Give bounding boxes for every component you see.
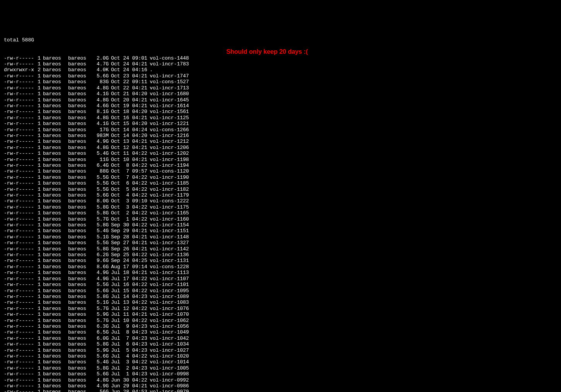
list-item: -rw-r-----1bareosbareos6.2GSep 25 04:22v…: [4, 252, 557, 258]
file-date: Oct 19 04:21: [111, 103, 150, 109]
file-link-count: 1: [35, 61, 41, 67]
file-permissions: -rw-r-----: [4, 383, 35, 389]
list-item: -rw-r-----1bareosbareos56GJun 28 04:53vo…: [4, 389, 557, 392]
list-item: -rw-r-----1bareosbareos5.8GJul 14 04:23v…: [4, 294, 557, 300]
file-link-count: 1: [35, 306, 41, 312]
file-date: Oct 21 04:20: [111, 91, 150, 97]
file-size: 5.8G: [93, 210, 109, 216]
file-name: vol-cons-1527: [150, 79, 189, 85]
file-size: 5.5G: [93, 240, 109, 246]
file-owner: bareos: [43, 246, 68, 252]
file-permissions: -rw-r-----: [4, 175, 35, 180]
file-permissions: -rw-r-----: [4, 336, 35, 341]
list-item: -rw-r-----1bareosbareos5.5GJul 16 04:22v…: [4, 282, 557, 288]
file-date: Sep 26 04:21: [111, 246, 150, 252]
file-owner: bareos: [43, 377, 68, 383]
file-permissions: -rw-r-----: [4, 353, 35, 359]
file-date: Jul 8 04:23: [111, 329, 150, 335]
file-link-count: 1: [35, 312, 41, 317]
file-name: vol-incr-1327: [150, 240, 189, 246]
file-link-count: 1: [35, 115, 41, 121]
file-date: Jul 4 04:22: [111, 353, 150, 359]
file-name: vol-incr-1206: [150, 145, 189, 151]
list-item: -rw-r-----1bareosbareos2.0GOct 24 09:01v…: [4, 55, 557, 61]
file-date: Oct 24 04:21: [111, 61, 150, 67]
file-group: bareos: [68, 127, 93, 133]
file-link-count: 1: [35, 252, 41, 258]
file-size: 4.7G: [93, 61, 109, 67]
file-name: vol-incr-1713: [150, 85, 189, 91]
file-group: bareos: [68, 79, 93, 85]
file-link-count: 1: [35, 175, 41, 180]
file-date: Oct 1 04:22: [111, 216, 150, 222]
file-link-count: 1: [35, 288, 41, 294]
file-date: Oct 24 04:16: [111, 67, 150, 73]
file-size: 4.9G: [93, 139, 109, 144]
file-name: vol-incr-1175: [150, 204, 189, 210]
list-item: -rw-r-----1bareosbareos17GOct 14 04:24vo…: [4, 127, 557, 133]
list-item: -rw-r-----1bareosbareos5.5GOct 6 04:22vo…: [4, 180, 557, 186]
file-date: Jul 13 04:22: [111, 300, 150, 305]
file-size: 5.8G: [93, 246, 109, 252]
file-size: 5.5G: [93, 187, 109, 192]
file-link-count: 1: [35, 85, 41, 91]
file-date: Jul 9 04:23: [111, 324, 150, 329]
file-permissions: -rw-r-----: [4, 91, 35, 97]
file-link-count: 1: [35, 204, 41, 210]
file-permissions: -rw-r-----: [4, 127, 35, 133]
file-group: bareos: [68, 246, 93, 252]
file-name: vol-incr-0979: [150, 389, 189, 392]
file-date: Sep 29 04:21: [111, 228, 150, 234]
file-link-count: 1: [35, 282, 41, 288]
file-permissions: -rw-r-----: [4, 306, 35, 312]
list-item: -rw-r-----1bareosbareos4.6GOct 19 04:21v…: [4, 103, 557, 109]
file-name: vol-cons-1222: [150, 198, 189, 204]
file-name: vol-incr-1107: [150, 276, 189, 282]
file-name: vol-cons-1120: [150, 168, 189, 174]
file-date: Jul 6 04:23: [111, 341, 150, 347]
file-permissions: -rw-r-----: [4, 204, 35, 210]
file-owner: bareos: [43, 228, 68, 234]
file-permissions: -rw-r-----: [4, 329, 35, 335]
file-owner: bareos: [43, 210, 68, 216]
file-name: vol-incr-1614: [150, 103, 189, 109]
file-name: vol-incr-1062: [150, 318, 189, 324]
file-size: 2.0G: [93, 55, 109, 61]
file-name: vol-incr-1202: [150, 151, 189, 156]
file-permissions: -rw-r-----: [4, 216, 35, 222]
file-size: 4.8G: [93, 377, 109, 383]
file-group: bareos: [68, 294, 93, 300]
file-permissions: -rw-r-----: [4, 341, 35, 347]
file-permissions: -rw-r-----: [4, 187, 35, 192]
file-size: 17G: [93, 127, 109, 133]
file-link-count: 1: [35, 145, 41, 151]
file-group: bareos: [68, 252, 93, 258]
file-name: vol-incr-1125: [150, 115, 189, 121]
file-group: bareos: [68, 240, 93, 246]
file-link-count: 1: [35, 187, 41, 192]
file-group: bareos: [68, 359, 93, 365]
list-item: -rw-r-----1bareosbareos5.1GJul 13 04:22v…: [4, 300, 557, 305]
file-link-count: 1: [35, 389, 41, 392]
file-date: Jun 28 04:53: [111, 389, 150, 392]
file-link-count: 1: [35, 329, 41, 335]
file-permissions: -rw-r-----: [4, 294, 35, 300]
list-item: -rw-r-----1bareosbareos11GOct 10 04:21vo…: [4, 157, 557, 163]
list-item: drwxrwxr-x2bareosbareos4.0KOct 24 04:16.: [4, 67, 557, 73]
file-permissions: -rw-r-----: [4, 347, 35, 353]
file-date: Oct 7 09:57: [111, 168, 150, 174]
file-owner: bareos: [43, 168, 68, 174]
file-link-count: 1: [35, 365, 41, 371]
file-link-count: 1: [35, 270, 41, 276]
file-link-count: 1: [35, 151, 41, 156]
file-link-count: 1: [35, 264, 41, 270]
list-item: -rw-r-----1bareosbareos5.9GJul 5 04:23vo…: [4, 347, 557, 353]
file-name: vol-incr-1747: [150, 73, 189, 79]
file-owner: bareos: [43, 103, 68, 109]
file-link-count: 1: [35, 109, 41, 115]
file-size: 6.4G: [93, 163, 109, 168]
file-date: Jun 30 04:22: [111, 377, 150, 383]
file-size: 5.8G: [93, 365, 109, 371]
file-size: 4.0K: [93, 67, 109, 73]
list-item: -rw-r-----1bareosbareos88GOct 7 09:57vol…: [4, 168, 557, 174]
